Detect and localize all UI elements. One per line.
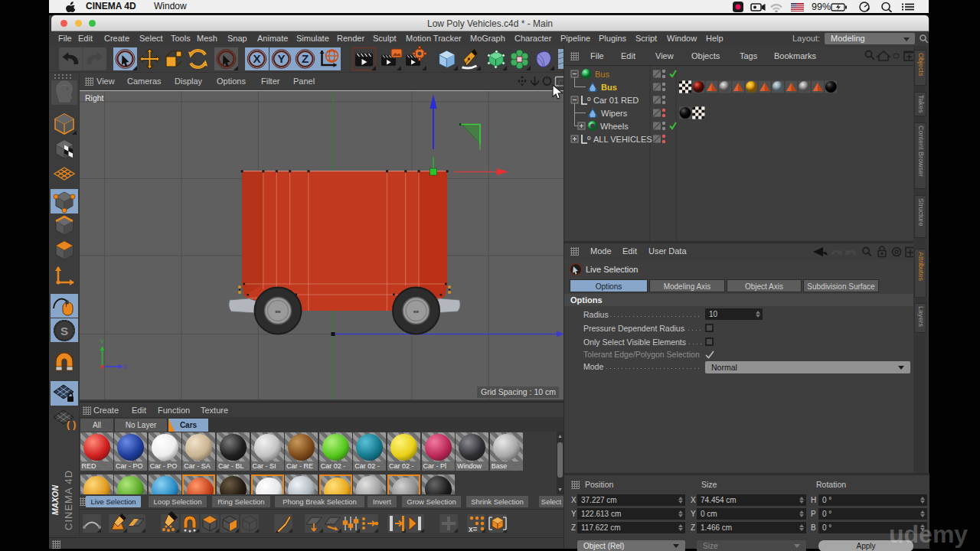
svg-text:Grid Spacing : 10 cm: Grid Spacing : 10 cm [481,387,556,396]
svg-text:S: S [60,324,68,337]
svg-text:Z: Z [124,364,128,370]
svg-text:Car 01 RED: Car 01 RED [593,96,639,105]
svg-text:■■: ■■ [413,309,420,314]
svg-text:ALL VEHICLES: ALL VEHICLES [593,135,652,144]
svg-text:x=: x= [469,525,478,533]
svg-text:Z: Z [302,52,309,65]
svg-text:Bus: Bus [601,83,617,92]
svg-text:99%: 99% [812,2,831,12]
svg-text:Wheels: Wheels [600,122,629,131]
svg-text:Y: Y [277,52,285,65]
svg-text:Y: Y [100,338,105,345]
svg-text:Wipers: Wipers [601,109,628,118]
svg-text:■■: ■■ [275,309,281,314]
svg-text:X: X [253,52,260,65]
svg-text:Bus: Bus [595,70,609,79]
svg-text:( ): ( ) [67,419,76,430]
svg-text:Right: Right [85,93,104,103]
